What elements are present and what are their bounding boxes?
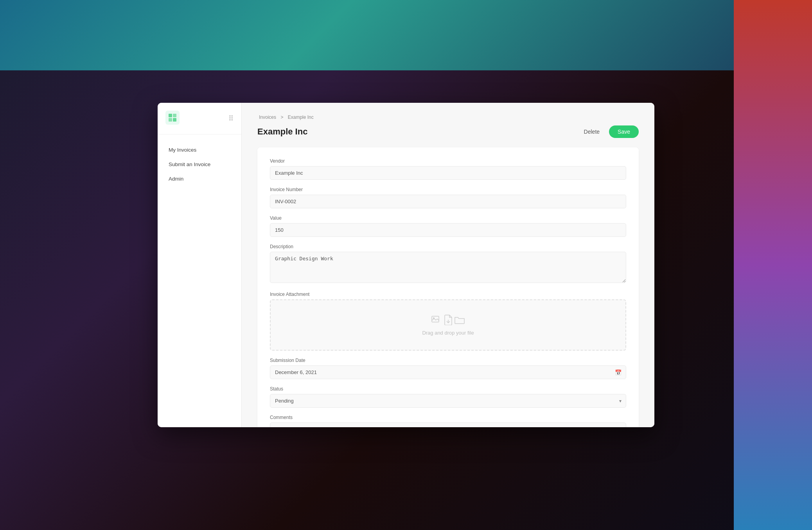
description-textarea[interactable] <box>270 252 626 283</box>
sidebar-item-admin[interactable]: Admin <box>161 172 238 186</box>
status-group: Status Pending Approved Rejected ▾ <box>270 386 626 408</box>
svg-rect-2 <box>173 114 176 117</box>
invoice-attachment-group: Invoice Attachment <box>270 292 626 351</box>
app-logo <box>165 111 180 126</box>
value-group: Value <box>270 215 626 237</box>
svg-rect-1 <box>169 114 172 117</box>
value-input[interactable] <box>270 223 626 237</box>
main-content: Invoices > Example Inc Example Inc Delet… <box>242 103 654 427</box>
breadcrumb-current: Example Inc <box>288 115 314 120</box>
status-select-wrapper: Pending Approved Rejected ▾ <box>270 394 626 408</box>
breadcrumb-separator: > <box>280 115 283 120</box>
save-button[interactable]: Save <box>609 125 639 138</box>
form-container: Vendor Invoice Number Value Description … <box>257 147 639 427</box>
sidebar: ⠿ My Invoices Submit an Invoice Admin <box>158 103 242 427</box>
comments-group: Comments <box>270 415 626 427</box>
sidebar-header: ⠿ <box>158 111 241 134</box>
status-select[interactable]: Pending Approved Rejected <box>270 394 626 408</box>
sidebar-item-submit-invoice[interactable]: Submit an Invoice <box>161 158 238 171</box>
breadcrumb-parent[interactable]: Invoices <box>257 115 279 120</box>
invoice-number-label: Invoice Number <box>270 187 626 192</box>
status-label: Status <box>270 386 626 392</box>
page-header: Example Inc Delete Save <box>257 125 639 138</box>
invoice-number-input[interactable] <box>270 195 626 208</box>
header-actions: Delete Save <box>579 125 639 138</box>
svg-rect-0 <box>165 111 180 125</box>
vendor-label: Vendor <box>270 158 626 164</box>
svg-rect-4 <box>173 118 176 122</box>
sidebar-item-my-invoices[interactable]: My Invoices <box>161 143 238 157</box>
upload-text: Drag and drop your file <box>422 330 474 336</box>
invoice-attachment-label: Invoice Attachment <box>270 292 626 297</box>
value-label: Value <box>270 215 626 221</box>
description-group: Description <box>270 244 626 285</box>
sidebar-nav: My Invoices Submit an Invoice Admin <box>158 134 241 194</box>
comments-label: Comments <box>270 415 626 420</box>
breadcrumb: Invoices > Example Inc <box>257 115 639 120</box>
comments-textarea[interactable] <box>270 423 626 427</box>
file-upload-area[interactable]: Drag and drop your file <box>270 299 626 351</box>
upload-icons <box>431 314 465 325</box>
submission-date-label: Submission Date <box>270 358 626 363</box>
submission-date-group: Submission Date 📅 <box>270 358 626 379</box>
invoice-number-group: Invoice Number <box>270 187 626 208</box>
vendor-group: Vendor <box>270 158 626 180</box>
description-label: Description <box>270 244 626 249</box>
grid-icon[interactable]: ⠿ <box>228 114 234 123</box>
svg-rect-3 <box>169 118 172 122</box>
date-wrapper: 📅 <box>270 365 626 379</box>
delete-button[interactable]: Delete <box>579 126 604 137</box>
vendor-input[interactable] <box>270 166 626 180</box>
submission-date-input[interactable] <box>270 365 626 379</box>
page-title: Example Inc <box>257 127 307 137</box>
